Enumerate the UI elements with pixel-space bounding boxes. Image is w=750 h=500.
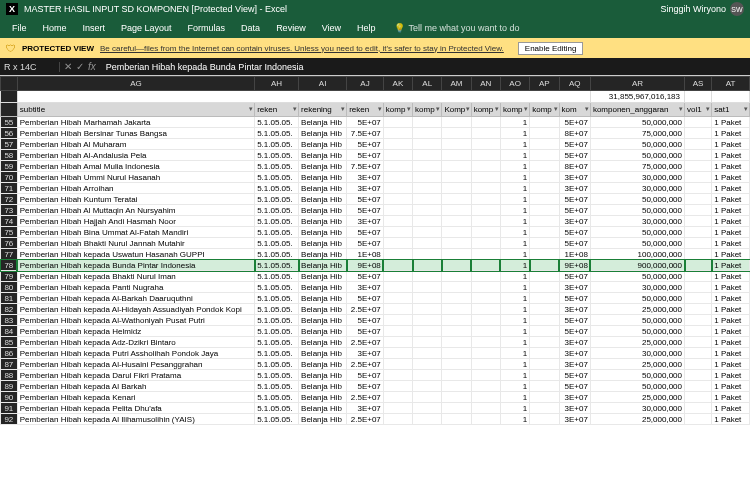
cell[interactable]	[413, 392, 442, 403]
cell[interactable]	[530, 293, 559, 304]
cell[interactable]	[383, 315, 412, 326]
cell-subtitle[interactable]: Pemberian Hibah Bhakti Nurul Jannah Muta…	[17, 238, 254, 249]
cell[interactable]	[413, 337, 442, 348]
cell[interactable]	[530, 315, 559, 326]
cell[interactable]: 5E+07	[347, 271, 384, 282]
cell[interactable]: 5E+07	[347, 293, 384, 304]
cell[interactable]	[685, 403, 712, 414]
table-row[interactable]: 91Pemberian Hibah kepada Pelita Dhu'afa5…	[1, 403, 750, 414]
cell[interactable]: 5.1.05.05.	[255, 183, 299, 194]
col-header[interactable]: AH	[255, 77, 299, 91]
cell[interactable]	[383, 337, 412, 348]
cell[interactable]	[685, 370, 712, 381]
cell-anggaran[interactable]: 50,000,000	[590, 227, 684, 238]
cell[interactable]	[383, 414, 412, 425]
cell[interactable]: Belanja Hib	[299, 315, 347, 326]
table-row[interactable]: 83Pemberian Hibah kepada Al-Wathoniyah P…	[1, 315, 750, 326]
cell[interactable]	[442, 403, 471, 414]
cell-subtitle[interactable]: Pemberian Hibah kepada Panti Nugraha	[17, 282, 254, 293]
cell-subtitle[interactable]: Pemberian Hibah kepada Bhakti Nurul Iman	[17, 271, 254, 282]
cell[interactable]: 1	[500, 216, 529, 227]
cell-sat[interactable]: 1 Paket	[712, 370, 750, 381]
cell[interactable]: Belanja Hib	[299, 139, 347, 150]
cell[interactable]: 3E+07	[347, 348, 384, 359]
cell[interactable]	[413, 172, 442, 183]
cell[interactable]: 3E+07	[559, 282, 590, 293]
cell[interactable]: 5E+07	[347, 370, 384, 381]
cell[interactable]: 2.5E+07	[347, 392, 384, 403]
cell-sat[interactable]: 1 Paket	[712, 260, 750, 271]
cell[interactable]: 5.1.05.05.	[255, 128, 299, 139]
row-number[interactable]: 75	[1, 227, 18, 238]
cell[interactable]: 1	[500, 238, 529, 249]
cell[interactable]: Belanja Hib	[299, 238, 347, 249]
cell[interactable]	[530, 348, 559, 359]
cell[interactable]: 9E+08	[347, 260, 384, 271]
cell[interactable]: Belanja Hib	[299, 403, 347, 414]
cell-subtitle[interactable]: Pemberian Hibah kepada Adz-Dzikri Bintar…	[17, 337, 254, 348]
cell[interactable]	[530, 194, 559, 205]
cell-sat[interactable]: 1 Paket	[712, 282, 750, 293]
cell[interactable]	[413, 227, 442, 238]
cell[interactable]	[530, 370, 559, 381]
tell-me-input[interactable]: Tell me what you want to do	[409, 23, 520, 33]
cell[interactable]	[442, 359, 471, 370]
cell[interactable]	[471, 381, 500, 392]
cell[interactable]: 2.5E+07	[347, 337, 384, 348]
col-header[interactable]: AG	[17, 77, 254, 91]
cell[interactable]: 1	[500, 315, 529, 326]
cell-anggaran[interactable]: 50,000,000	[590, 238, 684, 249]
cell[interactable]: 1	[500, 348, 529, 359]
table-row[interactable]: 76Pemberian Hibah Bhakti Nurul Jannah Mu…	[1, 238, 750, 249]
cell[interactable]: 5.1.05.05.	[255, 370, 299, 381]
cell[interactable]	[413, 381, 442, 392]
cell[interactable]	[471, 293, 500, 304]
table-row[interactable]: 56Pemberian Hibah Bersinar Tunas Bangsa5…	[1, 128, 750, 139]
row-number[interactable]: 79	[1, 271, 18, 282]
cell[interactable]: 1	[500, 304, 529, 315]
cell[interactable]	[471, 337, 500, 348]
cell[interactable]: Belanja Hib	[299, 370, 347, 381]
cell[interactable]: Belanja Hib	[299, 348, 347, 359]
cell[interactable]: 3E+07	[559, 403, 590, 414]
cancel-icon[interactable]: ✕	[64, 61, 72, 72]
table-row[interactable]: 73Pemberian Hibah Al Muttaqin An Nursyah…	[1, 205, 750, 216]
cell[interactable]	[530, 403, 559, 414]
cell[interactable]	[685, 282, 712, 293]
cell[interactable]	[442, 172, 471, 183]
field-vol1[interactable]: vol1	[685, 103, 712, 117]
cell[interactable]: 1	[500, 139, 529, 150]
cell[interactable]: 1	[500, 117, 529, 128]
column-header-row[interactable]: AG AH AI AJ AK AL AM AN AO AP AQ AR AS A…	[1, 77, 750, 91]
row-number[interactable]: 85	[1, 337, 18, 348]
cell[interactable]: 3E+07	[559, 216, 590, 227]
cell[interactable]: 1	[500, 392, 529, 403]
table-row[interactable]: 80Pemberian Hibah kepada Panti Nugraha5.…	[1, 282, 750, 293]
cell[interactable]	[685, 128, 712, 139]
cell[interactable]	[383, 260, 412, 271]
table-row[interactable]: 86Pemberian Hibah kepada Putri Assholiha…	[1, 348, 750, 359]
cell[interactable]: 1	[500, 172, 529, 183]
tab-view[interactable]: View	[314, 23, 349, 33]
cell[interactable]	[530, 172, 559, 183]
row-number[interactable]: 83	[1, 315, 18, 326]
cell-anggaran[interactable]: 30,000,000	[590, 282, 684, 293]
cell[interactable]: 2.5E+07	[347, 304, 384, 315]
cell[interactable]	[442, 183, 471, 194]
cell[interactable]	[685, 117, 712, 128]
col-header[interactable]: AQ	[559, 77, 590, 91]
cell[interactable]	[530, 150, 559, 161]
cell[interactable]	[413, 359, 442, 370]
cell[interactable]: Belanja Hib	[299, 150, 347, 161]
row-number[interactable]: 89	[1, 381, 18, 392]
cell[interactable]: 1	[500, 194, 529, 205]
cell[interactable]	[685, 381, 712, 392]
cell[interactable]	[442, 315, 471, 326]
cell-sat[interactable]: 1 Paket	[712, 117, 750, 128]
cell[interactable]	[685, 348, 712, 359]
cell[interactable]: 3E+07	[559, 337, 590, 348]
cell[interactable]	[413, 183, 442, 194]
cell[interactable]: 5.1.05.05.	[255, 194, 299, 205]
cell-subtitle[interactable]: Pemberian Hibah Marhamah Jakarta	[17, 117, 254, 128]
cell-subtitle[interactable]: Pemberian Hibah kepada Al Barkah	[17, 381, 254, 392]
